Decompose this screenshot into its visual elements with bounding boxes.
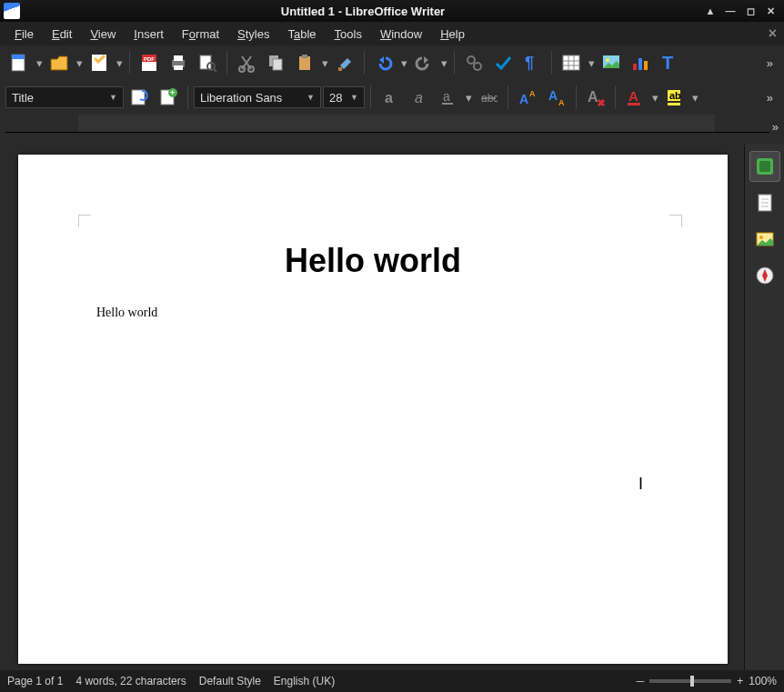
status-style[interactable]: Default Style	[199, 675, 261, 687]
find-replace-button[interactable]	[460, 49, 487, 76]
status-words[interactable]: 4 words, 22 characters	[75, 675, 186, 687]
font-color-button[interactable]: A	[621, 84, 648, 111]
sidebar-page-button[interactable]	[749, 187, 780, 218]
underline-dropdown[interactable]: ▾	[464, 91, 473, 105]
svg-rect-50	[628, 103, 640, 105]
menu-help[interactable]: Help	[433, 25, 472, 43]
document-area: Hello world Hello world I	[0, 144, 744, 670]
italic-button[interactable]: a	[406, 84, 433, 111]
menu-view[interactable]: View	[83, 25, 123, 43]
sidebar-properties-button[interactable]	[749, 151, 780, 182]
sidebar-navigator-button[interactable]	[749, 260, 780, 291]
open-dropdown[interactable]: ▾	[75, 56, 84, 70]
svg-rect-34	[132, 90, 145, 105]
insert-textbox-button[interactable]: T	[656, 49, 683, 76]
font-name-select[interactable]: Liberation Sans ▼	[194, 86, 321, 108]
insert-table-button[interactable]	[558, 49, 585, 76]
zoom-slider[interactable]	[649, 679, 731, 683]
menu-tools[interactable]: Tools	[327, 25, 369, 43]
highlight-dropdown[interactable]: ▾	[690, 91, 699, 105]
cut-button[interactable]	[233, 49, 260, 76]
document-body-text[interactable]: Hello world	[96, 306, 662, 320]
print-preview-button[interactable]	[194, 49, 221, 76]
statusbar: Page 1 of 1 4 words, 22 characters Defau…	[0, 670, 784, 692]
svg-point-61	[759, 236, 763, 239]
menu-styles[interactable]: Styles	[230, 25, 276, 43]
svg-rect-53	[668, 103, 680, 105]
table-dropdown[interactable]: ▾	[587, 56, 596, 70]
new-style-button[interactable]: +	[155, 84, 182, 111]
svg-point-20	[474, 63, 481, 70]
export-pdf-button[interactable]: PDF	[136, 49, 163, 76]
save-dropdown[interactable]: ▾	[115, 56, 124, 70]
font-color-dropdown[interactable]: ▾	[650, 91, 659, 105]
highlight-button[interactable]: ab	[661, 84, 689, 111]
spellcheck-button[interactable]	[489, 49, 517, 76]
svg-text:ab: ab	[669, 90, 681, 101]
underline-button[interactable]: a	[435, 84, 462, 111]
document-title-text[interactable]: Hello world	[18, 242, 728, 280]
new-dropdown[interactable]: ▾	[35, 56, 44, 70]
pin-icon[interactable]: ▲	[703, 4, 718, 18]
paste-dropdown[interactable]: ▾	[320, 56, 329, 70]
menu-edit[interactable]: Edit	[45, 25, 79, 43]
format-toolbar-expand[interactable]: »	[761, 91, 779, 105]
close-document-button[interactable]: ×	[769, 25, 777, 42]
insert-chart-button[interactable]	[627, 49, 654, 76]
font-value: Liberation Sans	[200, 91, 282, 105]
zoom-out-icon[interactable]: ─	[637, 675, 645, 687]
sidebar-gallery-button[interactable]	[749, 224, 780, 255]
svg-text:a: a	[415, 90, 423, 105]
redo-button[interactable]	[410, 49, 437, 76]
zoom-control[interactable]: ─ + 100%	[637, 675, 777, 687]
svg-text:T: T	[662, 53, 673, 73]
app-icon	[4, 3, 20, 19]
chevron-down-icon: ▼	[307, 93, 315, 102]
paste-button[interactable]	[291, 49, 318, 76]
close-window-button[interactable]: ✕	[763, 4, 778, 18]
subscript-button[interactable]: AA	[543, 84, 570, 111]
redo-dropdown[interactable]: ▾	[439, 56, 448, 70]
svg-rect-30	[633, 64, 637, 70]
formatting-toolbar: Title ▼ + Liberation Sans ▼ 28 ▼ a a a ▾…	[0, 80, 784, 115]
menu-insert[interactable]: Insert	[126, 25, 171, 43]
open-button[interactable]	[45, 49, 73, 76]
size-value: 28	[329, 91, 342, 105]
copy-button[interactable]	[262, 49, 289, 76]
window-title: Untitled 1 - LibreOffice Writer	[25, 5, 700, 18]
minimize-button[interactable]: —	[723, 4, 738, 18]
bold-button[interactable]: a	[377, 84, 404, 111]
clear-formatting-button[interactable]: A	[582, 84, 609, 111]
status-language[interactable]: English (UK)	[274, 675, 335, 687]
menu-file[interactable]: File	[7, 25, 41, 43]
new-document-button[interactable]	[5, 49, 33, 76]
undo-button[interactable]	[370, 49, 397, 76]
strikethrough-button[interactable]: abc	[475, 84, 502, 111]
menu-window[interactable]: Window	[373, 25, 429, 43]
titlebar: Untitled 1 - LibreOffice Writer ▲ — ◻ ✕	[0, 0, 784, 22]
zoom-in-icon[interactable]: +	[737, 675, 743, 687]
insert-image-button[interactable]	[598, 49, 625, 76]
paragraph-style-select[interactable]: Title ▼	[5, 86, 124, 108]
menu-table[interactable]: Table	[280, 25, 323, 43]
svg-text:a: a	[385, 90, 393, 105]
svg-rect-23	[563, 55, 579, 70]
font-size-select[interactable]: 28 ▼	[323, 86, 365, 108]
sidebar-expand[interactable]: »	[772, 120, 779, 134]
print-button[interactable]	[165, 49, 192, 76]
status-page[interactable]: Page 1 of 1	[7, 675, 63, 687]
superscript-button[interactable]: AA	[514, 84, 541, 111]
toolbar-expand[interactable]: »	[761, 56, 779, 70]
svg-rect-31	[638, 58, 642, 70]
document-page[interactable]: Hello world Hello world I	[18, 155, 728, 664]
update-style-button[interactable]	[126, 84, 153, 111]
horizontal-ruler[interactable]	[5, 115, 769, 133]
menu-format[interactable]: Format	[175, 25, 226, 43]
formatting-marks-button[interactable]: ¶	[518, 49, 546, 76]
maximize-button[interactable]: ◻	[743, 4, 758, 18]
undo-dropdown[interactable]: ▾	[399, 56, 408, 70]
zoom-value[interactable]: 100%	[749, 675, 777, 687]
svg-text:PDF: PDF	[144, 56, 155, 62]
clone-formatting-button[interactable]	[331, 49, 358, 76]
save-button[interactable]	[85, 49, 113, 76]
